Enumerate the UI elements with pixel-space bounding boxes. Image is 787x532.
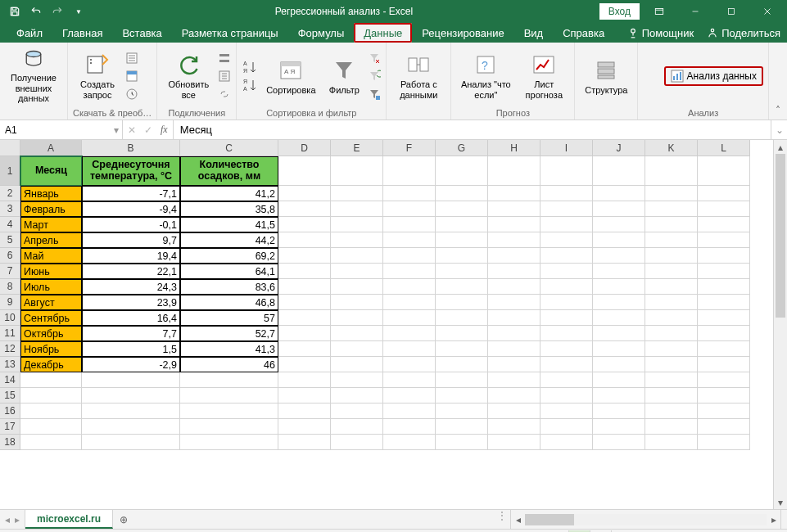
cell[interactable] (278, 295, 331, 310)
col-header-F[interactable]: F (383, 140, 436, 156)
cell[interactable] (436, 435, 488, 450)
cell[interactable]: Октябрь (20, 326, 82, 341)
sheet-nav-prev[interactable]: ◂ (5, 514, 10, 525)
cell[interactable] (540, 279, 593, 295)
cell[interactable] (488, 435, 540, 450)
cell[interactable] (180, 404, 278, 419)
vscroll-thumb[interactable] (776, 154, 785, 318)
col-header-G[interactable]: G (436, 140, 488, 156)
cell[interactable] (593, 388, 645, 404)
cell[interactable] (82, 372, 180, 388)
cell[interactable]: Июнь (20, 264, 82, 279)
cell[interactable] (488, 217, 540, 232)
cell[interactable]: 23,9 (82, 295, 180, 310)
cell[interactable] (698, 186, 750, 201)
cell[interactable] (383, 295, 436, 310)
cell[interactable] (278, 217, 331, 232)
cell[interactable] (383, 372, 436, 388)
scroll-up-icon[interactable]: ▴ (774, 140, 787, 154)
cell[interactable] (540, 357, 593, 372)
cell[interactable] (20, 435, 82, 450)
row-header[interactable]: 18 (0, 435, 20, 450)
cell[interactable] (331, 295, 383, 310)
cell[interactable] (540, 341, 593, 357)
cell[interactable] (645, 232, 698, 248)
cell[interactable] (698, 326, 750, 341)
cell[interactable] (645, 186, 698, 201)
cell[interactable] (593, 404, 645, 419)
cell[interactable]: Количество осадков, мм (180, 156, 278, 186)
cell[interactable] (383, 232, 436, 248)
from-table-button[interactable] (125, 68, 138, 84)
row-header[interactable]: 10 (0, 310, 20, 326)
cell[interactable]: 16,4 (82, 310, 180, 326)
cell[interactable] (488, 341, 540, 357)
cell[interactable] (593, 248, 645, 264)
cell[interactable] (82, 388, 180, 404)
cell[interactable] (645, 435, 698, 450)
col-header-D[interactable]: D (278, 140, 331, 156)
edit-links-button[interactable] (218, 86, 231, 102)
cell[interactable] (436, 372, 488, 388)
cell[interactable] (436, 186, 488, 201)
cell[interactable] (645, 419, 698, 435)
tab-home[interactable]: Главная (52, 23, 112, 43)
cell[interactable] (436, 232, 488, 248)
cell[interactable] (698, 264, 750, 279)
cell[interactable] (278, 248, 331, 264)
row-header[interactable]: 5 (0, 232, 20, 248)
minimize-button[interactable] (679, 0, 712, 23)
cell[interactable] (488, 388, 540, 404)
ribbon-options-button[interactable] (643, 0, 676, 23)
col-header-K[interactable]: K (645, 140, 698, 156)
data-tools-button[interactable]: Работа с данными (391, 48, 446, 104)
cell[interactable] (383, 435, 436, 450)
name-box-input[interactable] (0, 124, 111, 136)
cell[interactable] (331, 201, 383, 217)
cell[interactable] (698, 404, 750, 419)
cell[interactable] (278, 186, 331, 201)
cell[interactable]: 64,1 (180, 264, 278, 279)
cell[interactable] (331, 279, 383, 295)
cell[interactable] (488, 326, 540, 341)
cell[interactable]: 9,7 (82, 232, 180, 248)
refresh-all-button[interactable]: Обновить все (162, 48, 215, 104)
cell[interactable] (488, 357, 540, 372)
cell[interactable] (383, 264, 436, 279)
cell[interactable] (436, 310, 488, 326)
sort-za-button[interactable]: ЯА (242, 77, 258, 93)
cell[interactable] (436, 248, 488, 264)
sheet-nav-next[interactable]: ▸ (15, 514, 20, 525)
cell[interactable] (436, 201, 488, 217)
cell[interactable] (593, 279, 645, 295)
cell[interactable] (383, 341, 436, 357)
cell[interactable] (331, 341, 383, 357)
cell[interactable] (540, 372, 593, 388)
cell[interactable] (645, 201, 698, 217)
cell[interactable] (593, 372, 645, 388)
cell[interactable] (436, 388, 488, 404)
cell[interactable] (593, 341, 645, 357)
cell[interactable] (436, 341, 488, 357)
cell[interactable] (698, 232, 750, 248)
cell[interactable] (278, 404, 331, 419)
cell[interactable] (436, 326, 488, 341)
row-header[interactable]: 14 (0, 372, 20, 388)
share-button[interactable]: Поделиться (700, 23, 787, 43)
cell[interactable]: Январь (20, 186, 82, 201)
cell[interactable] (331, 232, 383, 248)
what-if-button[interactable]: ? Анализ "что если" (456, 48, 515, 104)
cell[interactable]: Сентябрь (20, 310, 82, 326)
cell[interactable]: 41,2 (180, 186, 278, 201)
cell[interactable] (331, 217, 383, 232)
cell[interactable] (698, 372, 750, 388)
cell[interactable] (82, 419, 180, 435)
cell[interactable] (436, 404, 488, 419)
cell[interactable] (698, 357, 750, 372)
cell[interactable] (331, 186, 383, 201)
close-button[interactable] (751, 0, 784, 23)
tab-formulas[interactable]: Формулы (288, 23, 355, 43)
clear-filter-button[interactable] (368, 50, 381, 66)
cell[interactable] (436, 217, 488, 232)
cell[interactable] (488, 404, 540, 419)
